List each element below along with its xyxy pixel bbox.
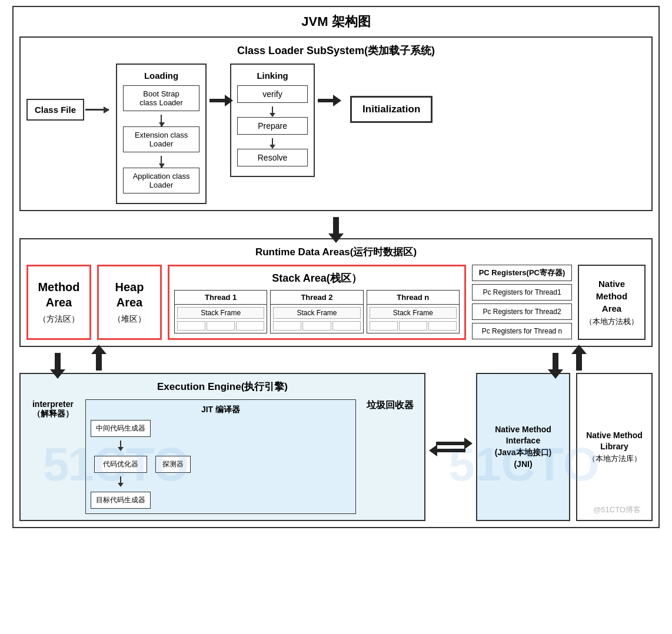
pc-registers-box: PC Registers(PC寄存器) Pc Registers for Thr…	[472, 265, 572, 340]
classloader-title: Class Loader SubSystem(类加载子系统)	[26, 44, 646, 58]
bottom-section: Execution Engine(执行引擎) interpreter （解释器）…	[19, 373, 653, 521]
stack-area-box: Stack Area(栈区） Thread 1 Stack Frame	[168, 265, 466, 340]
bidir-line-2	[436, 449, 465, 452]
thread2-mini-cells	[273, 321, 360, 331]
runtime-section: Runtime Data Areas(运行时数据区) Method Area （…	[19, 238, 653, 347]
cell-2	[207, 321, 235, 331]
threadn-col: Thread n Stack Frame	[367, 290, 460, 333]
cell-4	[273, 321, 301, 331]
jit-title: JIT 编译器	[91, 405, 351, 415]
pc-thread1-item: Pc Registers for Thread1	[472, 284, 572, 301]
thick-arrow-line-2	[318, 99, 335, 102]
arrow-down-2	[553, 353, 558, 371]
interpreter-box: interpreter （解释器）	[26, 399, 79, 419]
arrow-up-1	[96, 353, 102, 371]
linking-to-init-arrow	[318, 99, 335, 102]
native-method-area-text: Native Method Area （本地方法栈）	[585, 278, 638, 327]
resolve-item: Resolve	[237, 149, 308, 166]
threadn-body: Stack Frame	[367, 305, 459, 333]
thick-down-1	[333, 217, 339, 235]
pc-thread2-item: Pc Registers for Thread2	[472, 303, 572, 320]
cell-3	[236, 321, 264, 331]
jit-item-3: 目标代码生成器	[91, 492, 151, 509]
threadn-mini-cells	[370, 321, 457, 331]
extension-loader: Extension classLoader	[123, 126, 199, 152]
thread2-label: Thread 2	[271, 291, 362, 305]
class-file-box: Class File	[26, 99, 110, 121]
arrow-up-2-shape	[576, 353, 582, 371]
main-container: 51CTO 51CTO JVM 架构图 Class Loader SubSyst…	[12, 6, 660, 528]
jit-detector: 探测器	[155, 456, 191, 473]
arrow-up-2	[576, 353, 582, 371]
pc-threadn-item: Pc Registers for Thread n	[472, 323, 572, 339]
verify-item: verify	[237, 85, 308, 103]
arrow-down-2-shape	[553, 353, 558, 371]
thread1-label: Thread 1	[175, 291, 267, 305]
runtime-inner: Method Area （方法区） Heap Area （堆区） Stack A…	[26, 265, 646, 340]
native-library-box: Native Method Library （本地方法库）	[576, 373, 653, 521]
cl-to-runtime-arrow	[19, 217, 653, 235]
bidir-line-1	[436, 442, 465, 445]
threadn-label: Thread n	[367, 291, 459, 305]
application-loader: Application classLoader	[123, 168, 199, 193]
thread2-stackframe: Stack Frame	[273, 307, 360, 319]
method-area-box: Method Area （方法区）	[26, 265, 91, 340]
thread2-col: Thread 2 Stack Frame	[270, 290, 363, 333]
loading-to-linking-arrow	[209, 99, 227, 102]
loader-arrow-2	[161, 156, 162, 168]
threadn-stackframe: Stack Frame	[370, 307, 457, 319]
jit-arrow-1	[120, 441, 121, 448]
bidir-arrow	[431, 373, 470, 521]
class-file-label: Class File	[26, 99, 84, 121]
arrows-between-sections	[19, 353, 653, 371]
thread1-col: Thread 1 Stack Frame	[174, 290, 267, 333]
stack-threads: Thread 1 Stack Frame Thread 2	[174, 290, 460, 333]
linking-title: Linking	[257, 71, 288, 81]
classloader-section: Class Loader SubSystem(类加载子系统) Class Fil…	[19, 36, 653, 211]
link-arrow-2	[272, 138, 273, 145]
cell-6	[332, 321, 361, 331]
jit-left: 中间代码生成器 代码优化器 目标代码生成器	[91, 420, 151, 509]
arrow-down-1-shape	[55, 353, 61, 371]
pc-registers-title: PC Registers(PC寄存器)	[472, 265, 572, 281]
cell-1	[177, 321, 205, 331]
method-area-text: Method Area （方法区）	[38, 279, 79, 325]
initialization-box: Initialization	[350, 96, 433, 123]
cell-9	[428, 321, 457, 331]
loading-box: Loading Boot Strapclass Loader Extension…	[116, 64, 207, 204]
jit-arrow-2	[120, 476, 121, 483]
thick-arrow-line	[209, 99, 227, 102]
heap-area-text: Heap Area （堆区）	[113, 279, 146, 325]
thread1-mini-cells	[177, 321, 264, 331]
loader-arrow-1	[161, 115, 162, 126]
thread2-body: Stack Frame	[271, 305, 362, 333]
watermark: @51CTO博客	[593, 505, 641, 515]
link-arrow-1	[272, 106, 273, 114]
left-arrows	[55, 353, 102, 371]
thread1-body: Stack Frame	[175, 305, 267, 333]
execution-title: Execution Engine(执行引擎)	[26, 380, 418, 393]
main-title: JVM 架构图	[19, 13, 653, 31]
prepare-item: Prepare	[237, 117, 308, 135]
loading-title: Loading	[144, 71, 178, 81]
native-interface-text: Native Method Interface (Java本地接口) (JNI)	[495, 424, 551, 470]
cell-5	[302, 321, 331, 331]
arrow-up-1-shape	[96, 353, 102, 371]
execution-inner: interpreter （解释器） JIT 编译器 中间代码生成器 代码优化器 …	[26, 399, 418, 514]
native-interface-box: Native Method Interface (Java本地接口) (JNI)	[476, 373, 570, 521]
runtime-title: Runtime Data Areas(运行时数据区)	[26, 245, 646, 259]
jit-item-1: 中间代码生成器	[91, 420, 151, 437]
class-file-arrow	[85, 109, 109, 111]
arrow-down-1	[55, 353, 61, 371]
jit-item-2: 代码优化器	[94, 456, 147, 473]
interpreter-text: interpreter （解释器）	[32, 399, 74, 419]
native-method-area-box: Native Method Area （本地方法栈）	[578, 265, 646, 340]
jit-box: JIT 编译器 中间代码生成器 代码优化器 目标代码生成器 探测器	[85, 399, 356, 514]
thread1-stackframe: Stack Frame	[177, 307, 264, 319]
right-arrows	[553, 353, 582, 371]
garbage-label: 垃圾回收器	[367, 399, 414, 412]
classloader-inner: Class File Loading Boot Strapclass Loade…	[26, 64, 646, 204]
execution-engine-box: Execution Engine(执行引擎) interpreter （解释器）…	[19, 373, 425, 521]
jit-inner: 中间代码生成器 代码优化器 目标代码生成器 探测器	[91, 420, 351, 509]
heap-area-box: Heap Area （堆区）	[97, 265, 162, 340]
